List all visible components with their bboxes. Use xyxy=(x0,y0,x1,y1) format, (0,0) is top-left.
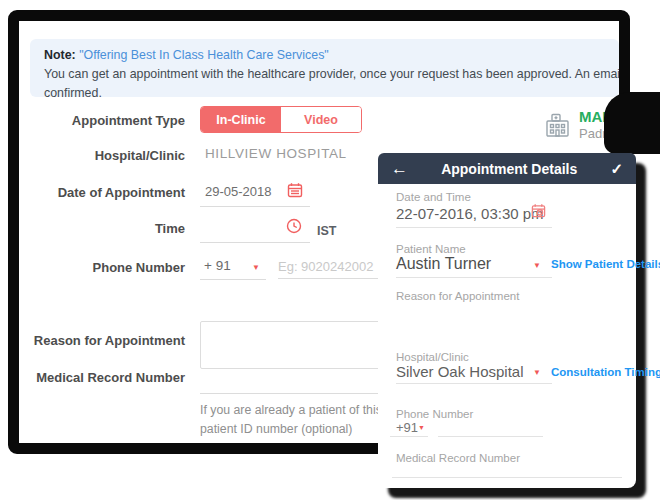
m-datetime-value[interactable]: 22-07-2016, 03:30 pm xyxy=(396,205,544,222)
hospital-label: Hospital/Clinic xyxy=(19,148,185,163)
time-underline[interactable] xyxy=(200,242,310,243)
time-label: Time xyxy=(19,221,185,236)
clock-icon[interactable] xyxy=(286,218,302,238)
mobile-header-title: Appointment Details xyxy=(408,161,610,177)
video-button[interactable]: Video xyxy=(281,107,361,132)
mobile-appointment-panel: ← Appointment Details ✓ Date and Time 22… xyxy=(378,153,636,488)
mobile-header: ← Appointment Details ✓ xyxy=(378,153,636,184)
in-clinic-button[interactable]: In-Clinic xyxy=(201,107,281,132)
m-hospital-label: Hospital/Clinic xyxy=(396,351,469,363)
note-link[interactable]: "Offering Best In Class Health Care Serv… xyxy=(79,48,329,62)
m-reason-label: Reason for Appointment xyxy=(396,290,519,302)
back-arrow-icon[interactable]: ← xyxy=(391,160,408,177)
m-hospital-underline xyxy=(396,383,552,384)
country-code-dropdown-icon[interactable]: ▼ xyxy=(252,264,260,272)
m-patient-value[interactable]: Austin Turner xyxy=(396,255,491,273)
appointment-type-label: Appointment Type xyxy=(19,113,185,128)
note-body-line2: confirmed. xyxy=(44,84,605,97)
appointment-type-toggle: In-Clinic Video xyxy=(200,106,362,133)
date-value: 29-05-2018 xyxy=(205,184,272,199)
mrn-label: Medical Record Number xyxy=(19,370,185,385)
m-patient-underline xyxy=(396,277,552,278)
calendar-icon[interactable] xyxy=(287,182,303,202)
calendar-clock-icon[interactable] xyxy=(531,203,546,222)
m-country-code-dropdown-icon[interactable]: ▼ xyxy=(418,424,425,432)
note-body-line1: You can get an appointment with the heal… xyxy=(44,65,605,84)
reason-label: Reason for Appointment xyxy=(19,333,185,348)
consultation-timings-link[interactable]: Consultation Timings xyxy=(551,366,660,378)
hospital-value: HILLVIEW HOSPITAL xyxy=(205,146,347,161)
m-country-code-underline xyxy=(390,436,428,437)
m-hospital-value[interactable]: Silver Oak Hospital xyxy=(396,363,524,380)
phone-shadow-blob xyxy=(604,92,660,154)
m-hospital-dropdown-icon[interactable]: ▼ xyxy=(533,369,541,377)
m-phone-label: Phone Number xyxy=(396,408,473,420)
m-mrn-label: Medical Record Number xyxy=(396,452,520,464)
m-patient-label: Patient Name xyxy=(396,243,466,255)
hospital-building-icon xyxy=(544,112,571,143)
m-patient-dropdown-icon[interactable]: ▼ xyxy=(533,262,541,270)
date-label: Date of Appointment xyxy=(19,185,185,200)
note-label: Note: xyxy=(44,48,76,62)
m-country-code-value[interactable]: +91 xyxy=(396,420,418,435)
note-banner: Note: "Offering Best In Class Health Car… xyxy=(30,39,619,97)
m-datetime-label: Date and Time xyxy=(396,191,471,203)
timezone-label: IST xyxy=(317,224,336,238)
country-code-value[interactable]: + 91 xyxy=(204,258,231,273)
phone-label: Phone Number xyxy=(19,260,185,275)
show-patient-details-link[interactable]: Show Patient Details xyxy=(551,258,660,270)
date-underline xyxy=(200,206,310,207)
country-code-underline xyxy=(200,279,266,280)
m-phone-underline[interactable] xyxy=(438,436,543,437)
m-mrn-underline[interactable] xyxy=(392,477,622,478)
confirm-check-icon[interactable]: ✓ xyxy=(610,160,623,178)
m-datetime-underline xyxy=(396,227,552,228)
stage: Note: "Offering Best In Class Health Car… xyxy=(0,0,660,500)
